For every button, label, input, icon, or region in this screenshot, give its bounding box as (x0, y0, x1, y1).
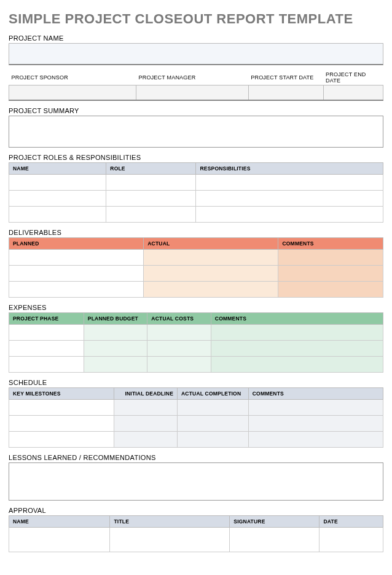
sponsor-label: PROJECT SPONSOR (9, 70, 136, 85)
cell[interactable] (114, 399, 178, 415)
cell[interactable] (211, 340, 383, 356)
startdate-input[interactable] (248, 85, 323, 100)
deliv-header-actual: ACTUAL (144, 237, 278, 249)
expenses-table: PROJECT PHASE PLANNED BUDGET ACTUAL COST… (9, 312, 383, 373)
cell[interactable] (106, 206, 196, 222)
appr-header-signature: SIGNATURE (230, 515, 319, 527)
deliverables-table: PLANNED ACTUAL COMMENTS (9, 237, 383, 298)
sched-header-milestone: KEY MILESTONES (9, 387, 114, 399)
table-row (9, 281, 383, 297)
cell[interactable] (196, 206, 383, 222)
cell[interactable] (278, 249, 383, 265)
cell[interactable] (147, 324, 211, 340)
cell[interactable] (178, 415, 249, 431)
deliverables-label: DELIVERABLES (9, 229, 383, 236)
table-row (9, 174, 383, 190)
exp-header-actual: ACTUAL COSTS (147, 312, 211, 324)
cell[interactable] (9, 356, 84, 372)
lessons-label: LESSONS LEARNED / RECOMMENDATIONS (9, 454, 383, 461)
cell[interactable] (84, 324, 147, 340)
table-row (9, 190, 383, 206)
roles-header-resp: RESPONSIBILITIES (196, 162, 383, 174)
cell[interactable] (9, 340, 84, 356)
cell[interactable] (9, 527, 110, 552)
cell[interactable] (248, 431, 383, 447)
cell[interactable] (319, 527, 383, 552)
exp-header-phase: PROJECT PHASE (9, 312, 84, 324)
lessons-input[interactable] (9, 462, 383, 501)
project-name-label: PROJECT NAME (9, 34, 383, 42)
enddate-label: PROJECT END DATE (323, 70, 383, 85)
cell[interactable] (147, 356, 211, 372)
summary-label: PROJECT SUMMARY (9, 107, 383, 114)
cell[interactable] (144, 265, 278, 281)
cell[interactable] (9, 431, 114, 447)
project-name-input[interactable] (9, 43, 383, 65)
cell[interactable] (230, 527, 319, 552)
meta-table: PROJECT SPONSOR PROJECT MANAGER PROJECT … (9, 70, 383, 101)
enddate-input[interactable] (323, 85, 383, 100)
expenses-label: EXPENSES (9, 304, 383, 311)
cell[interactable] (9, 399, 114, 415)
roles-table: NAME ROLE RESPONSIBILITIES (9, 162, 383, 223)
sched-header-comments: COMMENTS (248, 387, 383, 399)
cell[interactable] (9, 249, 144, 265)
schedule-label: SCHEDULE (9, 379, 383, 386)
table-row (9, 340, 383, 356)
cell[interactable] (211, 356, 383, 372)
cell[interactable] (278, 265, 383, 281)
cell[interactable] (9, 265, 144, 281)
manager-label: PROJECT MANAGER (136, 70, 249, 85)
cell[interactable] (9, 206, 106, 222)
deliv-header-planned: PLANNED (9, 237, 144, 249)
deliv-header-comments: COMMENTS (278, 237, 383, 249)
cell[interactable] (278, 281, 383, 297)
roles-header-role: ROLE (106, 162, 196, 174)
cell[interactable] (84, 340, 147, 356)
cell[interactable] (248, 415, 383, 431)
cell[interactable] (9, 415, 114, 431)
cell[interactable] (114, 431, 178, 447)
cell[interactable] (178, 431, 249, 447)
approval-label: APPROVAL (9, 507, 383, 514)
cell[interactable] (114, 415, 178, 431)
cell[interactable] (196, 174, 383, 190)
sched-header-actual: ACTUAL COMPLETION (178, 387, 249, 399)
table-row (9, 206, 383, 222)
cell[interactable] (9, 174, 106, 190)
cell[interactable] (147, 340, 211, 356)
roles-label: PROJECT ROLES & RESPONSIBILITIES (9, 154, 383, 161)
cell[interactable] (248, 399, 383, 415)
manager-input[interactable] (136, 85, 249, 100)
cell[interactable] (178, 399, 249, 415)
summary-input[interactable] (9, 116, 383, 148)
table-row (9, 431, 383, 447)
cell[interactable] (211, 324, 383, 340)
cell[interactable] (9, 281, 144, 297)
cell[interactable] (196, 190, 383, 206)
cell[interactable] (9, 324, 84, 340)
roles-header-name: NAME (9, 162, 106, 174)
exp-header-planned: PLANNED BUDGET (84, 312, 147, 324)
appr-header-title: TITLE (110, 515, 230, 527)
approval-table: NAME TITLE SIGNATURE DATE (9, 515, 383, 552)
schedule-table: KEY MILESTONES INITIAL DEADLINE ACTUAL C… (9, 387, 383, 448)
table-row (9, 415, 383, 431)
cell[interactable] (9, 190, 106, 206)
page-title: SIMPLE PROJECT CLOSEOUT REPORT TEMPLATE (9, 11, 383, 27)
cell[interactable] (110, 527, 230, 552)
exp-header-comments: COMMENTS (211, 312, 383, 324)
sponsor-input[interactable] (9, 85, 136, 100)
table-row (9, 249, 383, 265)
table-row (9, 265, 383, 281)
startdate-label: PROJECT START DATE (248, 70, 323, 85)
sched-header-initial: INITIAL DEADLINE (114, 387, 178, 399)
appr-header-name: NAME (9, 515, 110, 527)
cell[interactable] (106, 174, 196, 190)
cell[interactable] (144, 249, 278, 265)
cell[interactable] (84, 356, 147, 372)
table-row (9, 399, 383, 415)
cell[interactable] (106, 190, 196, 206)
table-row (9, 527, 383, 552)
cell[interactable] (144, 281, 278, 297)
